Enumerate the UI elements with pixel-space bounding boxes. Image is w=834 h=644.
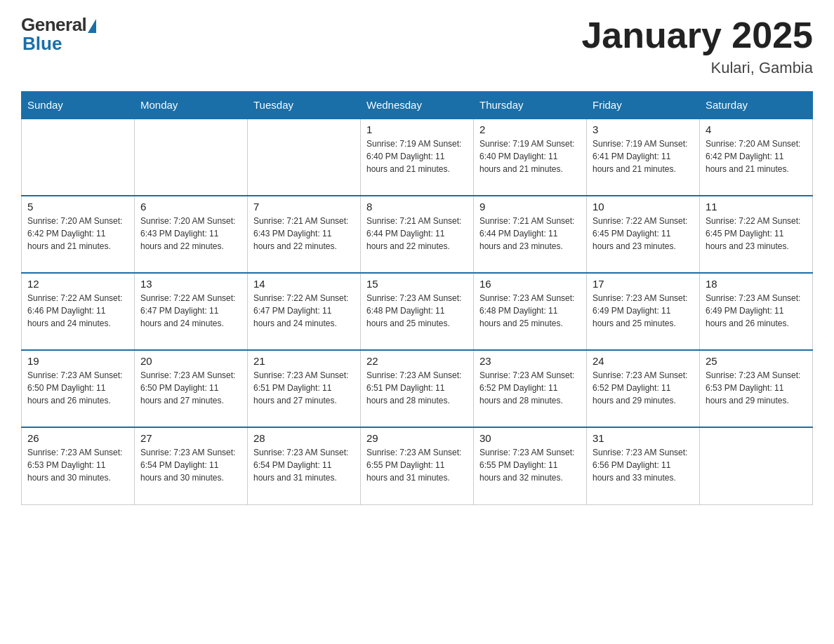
calendar-cell: 31Sunrise: 7:23 AM Sunset: 6:56 PM Dayli… bbox=[587, 427, 700, 504]
day-number: 17 bbox=[593, 278, 694, 290]
title-block: January 2025 Kulari, Gambia bbox=[581, 14, 813, 77]
calendar-cell: 30Sunrise: 7:23 AM Sunset: 6:55 PM Dayli… bbox=[474, 427, 587, 504]
day-number: 10 bbox=[593, 201, 694, 213]
day-info: Sunrise: 7:23 AM Sunset: 6:52 PM Dayligh… bbox=[593, 369, 694, 407]
day-number: 25 bbox=[706, 355, 807, 367]
calendar-cell: 7Sunrise: 7:21 AM Sunset: 6:43 PM Daylig… bbox=[248, 196, 361, 273]
day-number: 24 bbox=[593, 355, 694, 367]
week-row-1: 5Sunrise: 7:20 AM Sunset: 6:42 PM Daylig… bbox=[22, 196, 813, 273]
calendar-cell: 11Sunrise: 7:22 AM Sunset: 6:45 PM Dayli… bbox=[700, 196, 813, 273]
day-info: Sunrise: 7:23 AM Sunset: 6:51 PM Dayligh… bbox=[366, 369, 468, 407]
day-info: Sunrise: 7:20 AM Sunset: 6:43 PM Dayligh… bbox=[140, 215, 241, 253]
day-number: 8 bbox=[366, 201, 468, 213]
calendar-cell: 16Sunrise: 7:23 AM Sunset: 6:48 PM Dayli… bbox=[474, 273, 587, 350]
calendar-cell: 5Sunrise: 7:20 AM Sunset: 6:42 PM Daylig… bbox=[22, 196, 135, 273]
calendar-cell: 23Sunrise: 7:23 AM Sunset: 6:52 PM Dayli… bbox=[474, 350, 587, 427]
day-info: Sunrise: 7:23 AM Sunset: 6:55 PM Dayligh… bbox=[366, 446, 468, 484]
calendar-body: 1Sunrise: 7:19 AM Sunset: 6:40 PM Daylig… bbox=[22, 119, 813, 504]
calendar-cell bbox=[22, 119, 135, 196]
calendar-cell: 24Sunrise: 7:23 AM Sunset: 6:52 PM Dayli… bbox=[587, 350, 700, 427]
day-info: Sunrise: 7:22 AM Sunset: 6:45 PM Dayligh… bbox=[593, 215, 694, 253]
calendar-cell: 1Sunrise: 7:19 AM Sunset: 6:40 PM Daylig… bbox=[361, 119, 474, 196]
day-header-friday: Friday bbox=[587, 92, 700, 119]
calendar-cell: 27Sunrise: 7:23 AM Sunset: 6:54 PM Dayli… bbox=[135, 427, 248, 504]
day-number: 11 bbox=[706, 201, 807, 213]
calendar-cell: 10Sunrise: 7:22 AM Sunset: 6:45 PM Dayli… bbox=[587, 196, 700, 273]
day-number: 12 bbox=[27, 278, 128, 290]
day-info: Sunrise: 7:23 AM Sunset: 6:49 PM Dayligh… bbox=[706, 292, 807, 330]
calendar-cell: 8Sunrise: 7:21 AM Sunset: 6:44 PM Daylig… bbox=[361, 196, 474, 273]
day-info: Sunrise: 7:21 AM Sunset: 6:44 PM Dayligh… bbox=[479, 215, 581, 253]
day-number: 15 bbox=[366, 278, 468, 290]
week-row-2: 12Sunrise: 7:22 AM Sunset: 6:46 PM Dayli… bbox=[22, 273, 813, 350]
calendar-cell: 6Sunrise: 7:20 AM Sunset: 6:43 PM Daylig… bbox=[135, 196, 248, 273]
day-info: Sunrise: 7:22 AM Sunset: 6:46 PM Dayligh… bbox=[27, 292, 128, 330]
calendar-cell: 25Sunrise: 7:23 AM Sunset: 6:53 PM Dayli… bbox=[700, 350, 813, 427]
week-row-3: 19Sunrise: 7:23 AM Sunset: 6:50 PM Dayli… bbox=[22, 350, 813, 427]
day-number: 7 bbox=[253, 201, 355, 213]
day-info: Sunrise: 7:22 AM Sunset: 6:47 PM Dayligh… bbox=[253, 292, 355, 330]
day-info: Sunrise: 7:21 AM Sunset: 6:43 PM Dayligh… bbox=[253, 215, 355, 253]
day-number: 16 bbox=[479, 278, 581, 290]
logo-blue-text: Blue bbox=[22, 33, 62, 55]
day-info: Sunrise: 7:23 AM Sunset: 6:49 PM Dayligh… bbox=[593, 292, 694, 330]
days-header-row: SundayMondayTuesdayWednesdayThursdayFrid… bbox=[22, 92, 813, 119]
calendar-cell: 13Sunrise: 7:22 AM Sunset: 6:47 PM Dayli… bbox=[135, 273, 248, 350]
calendar-title: January 2025 bbox=[581, 14, 813, 56]
calendar-cell: 21Sunrise: 7:23 AM Sunset: 6:51 PM Dayli… bbox=[248, 350, 361, 427]
day-number: 2 bbox=[479, 123, 581, 135]
week-row-0: 1Sunrise: 7:19 AM Sunset: 6:40 PM Daylig… bbox=[22, 119, 813, 196]
day-number: 18 bbox=[706, 278, 807, 290]
day-header-sunday: Sunday bbox=[22, 92, 135, 119]
calendar-cell: 29Sunrise: 7:23 AM Sunset: 6:55 PM Dayli… bbox=[361, 427, 474, 504]
day-number: 23 bbox=[479, 355, 581, 367]
logo: General Blue bbox=[21, 14, 96, 55]
calendar-header: SundayMondayTuesdayWednesdayThursdayFrid… bbox=[22, 92, 813, 119]
day-info: Sunrise: 7:23 AM Sunset: 6:54 PM Dayligh… bbox=[140, 446, 241, 484]
day-info: Sunrise: 7:23 AM Sunset: 6:48 PM Dayligh… bbox=[366, 292, 468, 330]
day-number: 20 bbox=[140, 355, 241, 367]
day-info: Sunrise: 7:19 AM Sunset: 6:41 PM Dayligh… bbox=[593, 137, 694, 175]
day-number: 19 bbox=[27, 355, 128, 367]
calendar-cell: 28Sunrise: 7:23 AM Sunset: 6:54 PM Dayli… bbox=[248, 427, 361, 504]
day-header-thursday: Thursday bbox=[474, 92, 587, 119]
day-number: 21 bbox=[253, 355, 355, 367]
calendar-cell: 2Sunrise: 7:19 AM Sunset: 6:40 PM Daylig… bbox=[474, 119, 587, 196]
calendar-cell: 22Sunrise: 7:23 AM Sunset: 6:51 PM Dayli… bbox=[361, 350, 474, 427]
day-header-wednesday: Wednesday bbox=[361, 92, 474, 119]
calendar-cell bbox=[135, 119, 248, 196]
calendar-cell: 26Sunrise: 7:23 AM Sunset: 6:53 PM Dayli… bbox=[22, 427, 135, 504]
day-info: Sunrise: 7:19 AM Sunset: 6:40 PM Dayligh… bbox=[366, 137, 468, 175]
day-info: Sunrise: 7:23 AM Sunset: 6:56 PM Dayligh… bbox=[593, 446, 694, 484]
day-info: Sunrise: 7:19 AM Sunset: 6:40 PM Dayligh… bbox=[479, 137, 581, 175]
calendar-cell bbox=[700, 427, 813, 504]
calendar-cell: 20Sunrise: 7:23 AM Sunset: 6:50 PM Dayli… bbox=[135, 350, 248, 427]
day-info: Sunrise: 7:23 AM Sunset: 6:52 PM Dayligh… bbox=[479, 369, 581, 407]
day-header-monday: Monday bbox=[135, 92, 248, 119]
calendar-cell: 12Sunrise: 7:22 AM Sunset: 6:46 PM Dayli… bbox=[22, 273, 135, 350]
calendar-cell bbox=[248, 119, 361, 196]
logo-triangle-icon bbox=[88, 19, 96, 33]
day-number: 28 bbox=[253, 432, 355, 444]
day-info: Sunrise: 7:23 AM Sunset: 6:50 PM Dayligh… bbox=[140, 369, 241, 407]
day-number: 3 bbox=[593, 123, 694, 135]
day-info: Sunrise: 7:20 AM Sunset: 6:42 PM Dayligh… bbox=[27, 215, 128, 253]
day-info: Sunrise: 7:20 AM Sunset: 6:42 PM Dayligh… bbox=[706, 137, 807, 175]
calendar-cell: 14Sunrise: 7:22 AM Sunset: 6:47 PM Dayli… bbox=[248, 273, 361, 350]
day-number: 30 bbox=[479, 432, 581, 444]
day-info: Sunrise: 7:23 AM Sunset: 6:53 PM Dayligh… bbox=[706, 369, 807, 407]
day-header-tuesday: Tuesday bbox=[248, 92, 361, 119]
day-info: Sunrise: 7:23 AM Sunset: 6:54 PM Dayligh… bbox=[253, 446, 355, 484]
day-number: 6 bbox=[140, 201, 241, 213]
day-number: 1 bbox=[366, 123, 468, 135]
day-number: 27 bbox=[140, 432, 241, 444]
day-number: 22 bbox=[366, 355, 468, 367]
day-info: Sunrise: 7:22 AM Sunset: 6:45 PM Dayligh… bbox=[706, 215, 807, 253]
calendar-cell: 4Sunrise: 7:20 AM Sunset: 6:42 PM Daylig… bbox=[700, 119, 813, 196]
day-info: Sunrise: 7:23 AM Sunset: 6:48 PM Dayligh… bbox=[479, 292, 581, 330]
day-header-saturday: Saturday bbox=[700, 92, 813, 119]
calendar-cell: 15Sunrise: 7:23 AM Sunset: 6:48 PM Dayli… bbox=[361, 273, 474, 350]
calendar-cell: 17Sunrise: 7:23 AM Sunset: 6:49 PM Dayli… bbox=[587, 273, 700, 350]
day-info: Sunrise: 7:23 AM Sunset: 6:51 PM Dayligh… bbox=[253, 369, 355, 407]
calendar-subtitle: Kulari, Gambia bbox=[581, 59, 813, 77]
